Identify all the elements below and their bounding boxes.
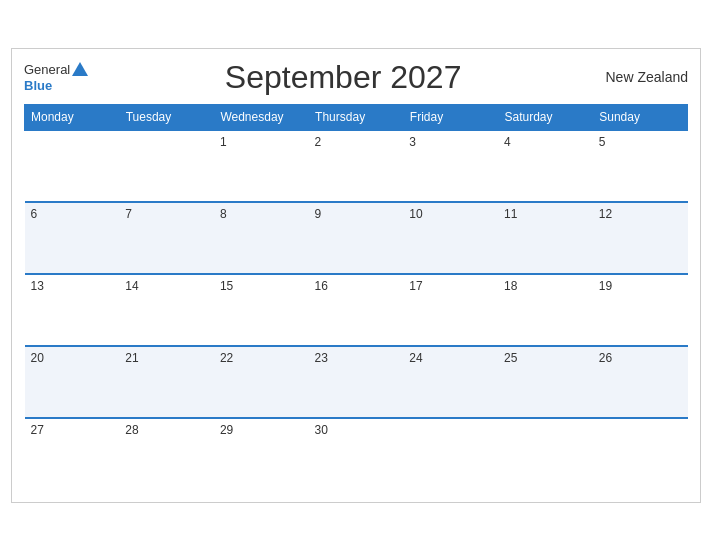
day-number: 15 xyxy=(220,279,233,293)
day-number: 1 xyxy=(220,135,227,149)
day-number: 23 xyxy=(315,351,328,365)
day-number: 13 xyxy=(31,279,44,293)
calendar-day-cell: 24 xyxy=(403,346,498,418)
calendar-day-cell: 1 xyxy=(214,130,309,202)
calendar-week-row: 27282930 xyxy=(25,418,688,490)
calendar-header: General Blue September 2027 New Zealand xyxy=(24,59,688,96)
day-number: 6 xyxy=(31,207,38,221)
calendar-day-cell xyxy=(403,418,498,490)
day-number: 20 xyxy=(31,351,44,365)
calendar-day-cell: 11 xyxy=(498,202,593,274)
day-number: 11 xyxy=(504,207,517,221)
day-number: 26 xyxy=(599,351,612,365)
calendar-day-cell: 7 xyxy=(119,202,214,274)
calendar-day-cell: 16 xyxy=(309,274,404,346)
calendar-day-cell: 17 xyxy=(403,274,498,346)
day-number: 18 xyxy=(504,279,517,293)
calendar-day-cell: 27 xyxy=(25,418,120,490)
calendar-day-cell: 14 xyxy=(119,274,214,346)
weekday-header-row: MondayTuesdayWednesdayThursdayFridaySatu… xyxy=(25,104,688,130)
calendar-day-cell: 9 xyxy=(309,202,404,274)
day-number: 9 xyxy=(315,207,322,221)
day-number: 29 xyxy=(220,423,233,437)
calendar-day-cell: 5 xyxy=(593,130,688,202)
day-number: 7 xyxy=(125,207,132,221)
day-number: 8 xyxy=(220,207,227,221)
calendar-day-cell: 12 xyxy=(593,202,688,274)
day-number: 25 xyxy=(504,351,517,365)
calendar-day-cell: 26 xyxy=(593,346,688,418)
day-number: 10 xyxy=(409,207,422,221)
weekday-header-friday: Friday xyxy=(403,104,498,130)
day-number: 12 xyxy=(599,207,612,221)
calendar-week-row: 12345 xyxy=(25,130,688,202)
day-number: 24 xyxy=(409,351,422,365)
calendar-container: General Blue September 2027 New Zealand … xyxy=(11,48,701,503)
day-number: 4 xyxy=(504,135,511,149)
calendar-day-cell: 15 xyxy=(214,274,309,346)
day-number: 21 xyxy=(125,351,138,365)
calendar-day-cell: 3 xyxy=(403,130,498,202)
weekday-header-wednesday: Wednesday xyxy=(214,104,309,130)
calendar-day-cell: 23 xyxy=(309,346,404,418)
calendar-day-cell: 19 xyxy=(593,274,688,346)
day-number: 5 xyxy=(599,135,606,149)
weekday-header-monday: Monday xyxy=(25,104,120,130)
calendar-day-cell: 8 xyxy=(214,202,309,274)
calendar-day-cell: 20 xyxy=(25,346,120,418)
calendar-day-cell: 28 xyxy=(119,418,214,490)
day-number: 3 xyxy=(409,135,416,149)
day-number: 27 xyxy=(31,423,44,437)
calendar-day-cell: 6 xyxy=(25,202,120,274)
calendar-day-cell xyxy=(119,130,214,202)
calendar-week-row: 6789101112 xyxy=(25,202,688,274)
calendar-grid: MondayTuesdayWednesdayThursdayFridaySatu… xyxy=(24,104,688,490)
day-number: 19 xyxy=(599,279,612,293)
weekday-header-sunday: Sunday xyxy=(593,104,688,130)
logo-line: General xyxy=(24,62,88,78)
calendar-day-cell: 25 xyxy=(498,346,593,418)
calendar-day-cell: 21 xyxy=(119,346,214,418)
logo-general-text: General xyxy=(24,62,70,77)
day-number: 22 xyxy=(220,351,233,365)
day-number: 30 xyxy=(315,423,328,437)
calendar-week-row: 13141516171819 xyxy=(25,274,688,346)
calendar-day-cell xyxy=(498,418,593,490)
calendar-day-cell xyxy=(593,418,688,490)
day-number: 16 xyxy=(315,279,328,293)
calendar-day-cell: 30 xyxy=(309,418,404,490)
weekday-header-thursday: Thursday xyxy=(309,104,404,130)
day-number: 17 xyxy=(409,279,422,293)
calendar-day-cell xyxy=(25,130,120,202)
calendar-day-cell: 13 xyxy=(25,274,120,346)
day-number: 14 xyxy=(125,279,138,293)
logo-triangle-icon xyxy=(72,62,88,76)
calendar-region: New Zealand xyxy=(598,69,688,85)
calendar-week-row: 20212223242526 xyxy=(25,346,688,418)
calendar-day-cell: 2 xyxy=(309,130,404,202)
calendar-day-cell: 29 xyxy=(214,418,309,490)
calendar-title: September 2027 xyxy=(88,59,598,96)
calendar-day-cell: 22 xyxy=(214,346,309,418)
calendar-day-cell: 4 xyxy=(498,130,593,202)
weekday-header-tuesday: Tuesday xyxy=(119,104,214,130)
calendar-day-cell: 18 xyxy=(498,274,593,346)
day-number: 28 xyxy=(125,423,138,437)
logo-area: General Blue xyxy=(24,62,88,93)
day-number: 2 xyxy=(315,135,322,149)
weekday-header-saturday: Saturday xyxy=(498,104,593,130)
logo-blue-text: Blue xyxy=(24,78,52,93)
calendar-day-cell: 10 xyxy=(403,202,498,274)
